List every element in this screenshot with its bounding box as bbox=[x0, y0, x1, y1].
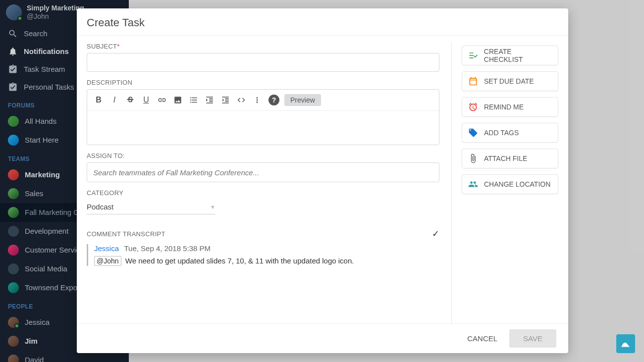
assign-input[interactable] bbox=[87, 162, 439, 182]
create-checklist-button[interactable]: CREATE CHECKLIST bbox=[462, 46, 558, 65]
editor-body[interactable] bbox=[87, 111, 439, 145]
add-tags-button[interactable]: ADD TAGS bbox=[462, 123, 558, 143]
preview-button[interactable]: Preview bbox=[284, 94, 321, 106]
italic-button[interactable]: I bbox=[107, 93, 122, 107]
transcript-date: Tue, Sep 4, 2018 5:38 PM bbox=[124, 244, 211, 253]
code-button[interactable] bbox=[234, 93, 249, 107]
side-btn-label: REMIND ME bbox=[484, 103, 524, 111]
remind-me-button[interactable]: REMIND ME bbox=[462, 97, 558, 117]
outdent-button[interactable] bbox=[218, 93, 233, 107]
side-btn-label: ATTACH FILE bbox=[484, 155, 527, 162]
chevron-down-icon: ▼ bbox=[210, 204, 215, 210]
transcript-label: COMMENT TRANSCRIPT bbox=[87, 230, 165, 238]
editor-toolbar: B I U ? Preview bbox=[87, 90, 439, 111]
help-button[interactable]: ? bbox=[268, 95, 279, 105]
change-location-button[interactable]: CHANGE LOCATION bbox=[462, 174, 558, 194]
alarm-icon bbox=[468, 102, 478, 112]
subject-input[interactable] bbox=[87, 53, 439, 72]
attach-file-button[interactable]: ATTACH FILE bbox=[462, 149, 558, 168]
category-label: CATEGORY bbox=[87, 189, 439, 197]
create-task-modal: Create Task SUBJECT* DESCRIPTION B I U bbox=[77, 8, 568, 353]
side-btn-label: CHANGE LOCATION bbox=[484, 180, 550, 188]
transcript-entry: Jessica Tue, Sep 4, 2018 5:38 PM @John W… bbox=[87, 244, 439, 266]
mention-chip: @John bbox=[94, 256, 121, 266]
cancel-button[interactable]: CANCEL bbox=[467, 334, 497, 343]
side-btn-label: CREATE CHECKLIST bbox=[484, 48, 552, 63]
assign-label: ASSIGN TO: bbox=[87, 152, 439, 159]
indent-button[interactable] bbox=[202, 93, 217, 107]
modal-title: Create Task bbox=[77, 8, 568, 36]
subject-label: SUBJECT* bbox=[87, 43, 439, 50]
set-due-date-button[interactable]: SET DUE DATE bbox=[462, 71, 558, 91]
modal-footer: CANCEL SAVE bbox=[77, 323, 568, 353]
tags-icon bbox=[468, 128, 478, 138]
strike-button[interactable] bbox=[123, 93, 138, 107]
underline-button[interactable]: U bbox=[139, 93, 154, 107]
save-button[interactable]: SAVE bbox=[509, 329, 556, 348]
description-editor: B I U ? Preview bbox=[87, 89, 439, 145]
category-value: Podcast bbox=[87, 203, 113, 211]
brand-badge[interactable] bbox=[616, 334, 635, 353]
more-button[interactable] bbox=[250, 93, 265, 107]
list-button[interactable] bbox=[186, 93, 201, 107]
checklist-icon bbox=[468, 51, 478, 60]
description-label: DESCRIPTION bbox=[87, 79, 439, 86]
link-button[interactable] bbox=[155, 93, 169, 107]
paperclip-icon bbox=[468, 154, 478, 163]
image-button[interactable] bbox=[170, 93, 185, 107]
category-select[interactable]: Podcast ▼ bbox=[87, 200, 215, 214]
transcript-body: We need to get updated slides 7, 10, & 1… bbox=[125, 257, 354, 265]
people-icon bbox=[468, 179, 478, 189]
check-icon[interactable]: ✓ bbox=[432, 228, 439, 239]
bold-button[interactable]: B bbox=[91, 93, 106, 107]
transcript-author: Jessica bbox=[94, 244, 119, 253]
side-btn-label: ADD TAGS bbox=[484, 129, 519, 137]
calendar-icon bbox=[468, 76, 478, 86]
side-btn-label: SET DUE DATE bbox=[484, 77, 534, 85]
